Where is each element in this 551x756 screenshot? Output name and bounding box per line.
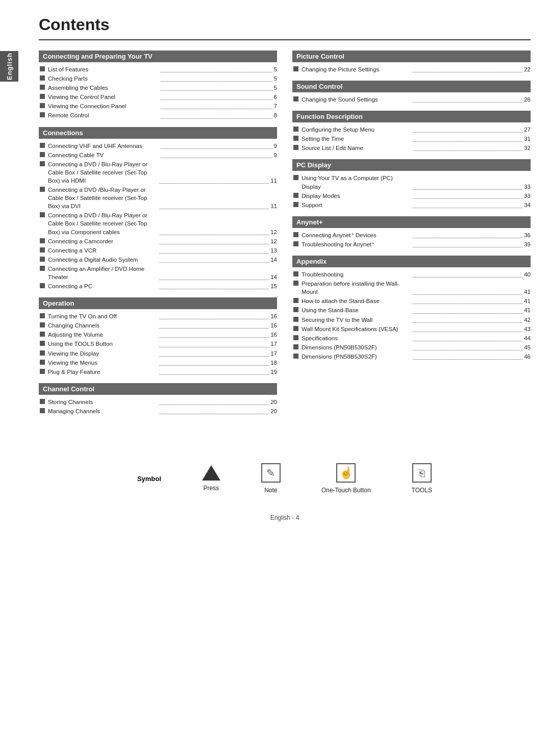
list-item: Connecting Anynet⁺ Devices36	[293, 231, 531, 239]
bullet-icon	[40, 283, 45, 288]
item-label: Specifications	[302, 334, 411, 342]
section-header: Anynet+	[292, 216, 531, 228]
item-label: Using the TOOLS Button	[48, 340, 158, 348]
dot-leader	[413, 198, 522, 199]
page-number: 19	[270, 368, 277, 376]
page-number: 18	[270, 359, 277, 367]
page-number: 14	[270, 273, 277, 281]
item-label: Source List / Edit Name	[302, 144, 411, 152]
symbol-section: Symbol Press ✎ Note ☝ One-Touch Button	[39, 463, 531, 494]
section-items: Connecting Anynet⁺ Devices36Troubleshoot…	[292, 231, 531, 248]
item-label: List of Features	[48, 65, 159, 73]
bullet-icon	[40, 94, 45, 99]
section: ConnectionsConnecting VHF and UHF Antenn…	[39, 127, 277, 291]
page-number: 31	[524, 135, 531, 143]
item-label: Using Your TV as a Computer (PC) Display	[302, 174, 411, 190]
bullet-icon	[40, 247, 45, 253]
dot-leader	[413, 141, 522, 142]
list-item: Managing Channels20	[40, 407, 277, 415]
dot-leader	[413, 277, 522, 278]
bullet-icon	[40, 266, 45, 271]
symbol-word: Symbol	[137, 475, 161, 483]
list-item: Support34	[293, 201, 531, 209]
dot-leader	[159, 262, 269, 263]
page-number: 17	[270, 349, 277, 358]
symbol-press: Press	[202, 465, 220, 492]
dot-leader	[413, 208, 522, 208]
bullet-icon	[293, 317, 298, 322]
dot-leader	[159, 374, 269, 375]
item-label: Viewing the Menus	[48, 359, 158, 367]
section-items: Troubleshooting40Preparation before inst…	[292, 270, 531, 361]
bullet-icon	[40, 85, 45, 90]
dot-leader	[413, 132, 522, 133]
item-label: Connecting a VCR	[48, 246, 158, 255]
list-item: Plug & Play Feature19	[40, 368, 277, 376]
page-number: 6	[274, 93, 277, 101]
two-column-layout: Connecting and Preparing Your TVList of …	[39, 51, 531, 422]
bullet-icon	[293, 271, 298, 276]
section-header: Appendix	[292, 256, 531, 267]
list-item: Specifications44	[293, 334, 531, 342]
list-item: Storing Channels20	[40, 398, 277, 406]
list-item: Connecting a PC15	[40, 282, 277, 290]
section: Anynet+Connecting Anynet⁺ Devices36Troub…	[292, 216, 531, 248]
symbol-tools: ⎗ TOOLS	[412, 463, 432, 494]
page-number: 9	[274, 142, 277, 150]
dot-leader	[413, 294, 522, 295]
item-label: Managing Channels	[48, 407, 158, 415]
item-label: Connecting a DVD /Blu-Ray Player or Cabl…	[48, 186, 158, 210]
list-item: Changing the Sound Settings26	[293, 95, 531, 104]
list-item: Display Modes33	[293, 192, 531, 200]
dot-leader	[159, 337, 269, 338]
item-label: Troubleshooting for Anynet⁺	[302, 240, 411, 248]
page-number: 16	[270, 321, 277, 330]
dot-leader	[159, 328, 269, 329]
page-number: 41	[524, 297, 531, 305]
bullet-icon	[293, 354, 298, 359]
item-label: Preparation before installing the Wall-M…	[302, 280, 411, 296]
list-item: Connecting a DVD / Blu-Ray Player or Cab…	[40, 211, 277, 236]
dot-leader	[159, 253, 269, 254]
section-items: Changing the Picture Settings22	[292, 65, 531, 73]
item-label: Securing the TV to the Wall	[302, 316, 411, 324]
list-item: Using the Stand-Base41	[293, 306, 531, 314]
item-label: Connecting Cable TV	[48, 151, 159, 159]
list-item: Troubleshooting40	[293, 270, 531, 279]
list-item: Viewing the Menus18	[40, 359, 277, 367]
bullet-icon	[293, 96, 298, 102]
section-items: Turning the TV On and Off16Changing Chan…	[39, 312, 277, 376]
bullet-icon	[40, 350, 45, 356]
list-item: Source List / Edit Name32	[293, 144, 531, 152]
list-item: Connecting VHF and UHF Antennas9	[40, 142, 277, 150]
page-title: Contents	[39, 15, 531, 40]
item-label: Viewing the Control Panel	[48, 93, 159, 101]
section-items: Storing Channels20Managing Channels20	[39, 398, 277, 415]
section-items: List of Features5Checking Parts5Assembli…	[39, 65, 277, 120]
dot-leader	[159, 319, 269, 319]
list-item: Using the TOOLS Button17	[40, 340, 277, 348]
page-footer: English - 4	[39, 514, 531, 521]
section-items: Configuring the Setup Menu27Setting the …	[292, 125, 531, 152]
item-label: Adjusting the Volume	[48, 331, 158, 339]
left-column: Connecting and Preparing Your TVList of …	[39, 51, 277, 422]
bullet-icon	[40, 360, 45, 365]
right-column: Picture ControlChanging the Picture Sett…	[292, 51, 531, 422]
section-header: Connecting and Preparing Your TV	[39, 51, 277, 62]
bullet-icon	[293, 232, 298, 237]
page-number: 33	[524, 192, 531, 200]
bullet-icon	[293, 326, 298, 331]
list-item: Turning the TV On and Off16	[40, 312, 277, 320]
section: Picture ControlChanging the Picture Sett…	[292, 51, 531, 73]
dot-leader	[159, 235, 269, 235]
bullet-icon	[40, 408, 45, 413]
dot-leader	[159, 347, 269, 347]
page-number: 42	[524, 316, 531, 324]
list-item: Dimensions (PN50B530S2F)45	[293, 343, 531, 351]
dot-leader	[161, 99, 272, 100]
bullet-icon	[293, 241, 298, 246]
page-number: 7	[274, 102, 277, 110]
press-label: Press	[204, 485, 219, 492]
bullet-icon	[293, 136, 298, 141]
dot-leader	[413, 102, 522, 103]
